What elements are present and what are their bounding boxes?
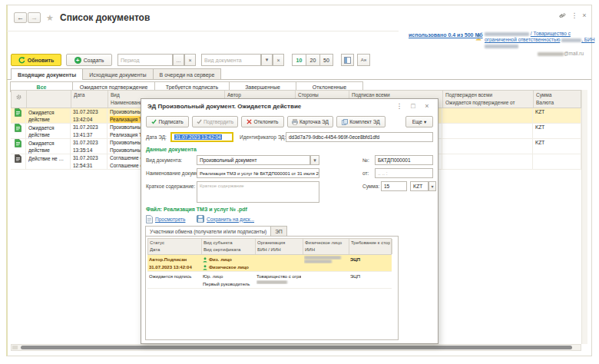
close-icon[interactable]: × <box>580 12 589 19</box>
open-link-icon[interactable] <box>559 12 568 19</box>
period-select-button[interactable]: ... <box>173 54 184 66</box>
doc-kind-dropdown[interactable]: ▾ <box>310 155 319 165</box>
page-size-10[interactable]: 10 <box>292 54 306 66</box>
person-icon <box>203 265 207 270</box>
ed-id-field[interactable]: dd3d7a79-9dbc-4454-969f-0ece8bfd1dfd <box>286 132 433 142</box>
org-link-line1[interactable]: / Товарищество с <box>485 31 571 36</box>
currency-dropdown[interactable]: ▾ <box>429 181 436 191</box>
period-clear-button[interactable]: × <box>184 54 196 66</box>
tab-signatures[interactable]: ЭП <box>270 226 286 236</box>
doc-from-field[interactable]: .. .. : <box>375 168 433 178</box>
tab-incoming[interactable]: Входящие документы <box>11 68 83 80</box>
sign-button[interactable]: Подписать <box>146 116 189 127</box>
doc-type-dropdown-button[interactable]: ▾ <box>261 54 273 66</box>
card-button[interactable]: Карточка ЭД <box>287 116 333 127</box>
page-size-20[interactable]: 20 <box>306 54 319 66</box>
x-icon <box>247 119 252 124</box>
redacted-text <box>485 45 518 48</box>
sum-field[interactable]: 15 <box>381 181 407 191</box>
main-tabs: Входящие документы Исходящие документы В… <box>11 68 221 80</box>
scroll-left-button[interactable] <box>12 346 18 349</box>
ed-date-label: Дата ЭД: <box>146 134 167 140</box>
refresh-button[interactable]: Обновить <box>11 54 61 66</box>
dialog-tabs: Участники обмена (получатели и/или подпи… <box>145 226 287 236</box>
page-size-50[interactable]: 50 <box>319 54 333 66</box>
person-icon <box>203 257 207 263</box>
create-button[interactable]: + Создать <box>66 54 112 66</box>
view-file-link[interactable]: Просмотреть <box>146 215 185 223</box>
save-disk-icon <box>197 215 204 223</box>
currency-field[interactable]: KZT <box>410 181 429 191</box>
chevron-down-icon: ▾ <box>313 157 316 164</box>
org-link-line2[interactable]: ограниченной ответственностью , БИН <box>485 37 594 42</box>
favorite-star-icon[interactable]: ★ <box>46 13 54 23</box>
participant-row[interactable]: Ожидается подпись Юр. лицоПервый руковод… <box>147 272 392 289</box>
ed-date-field[interactable]: 31.07.2023 13:42:04 <box>170 132 233 142</box>
printer-icon <box>292 119 298 125</box>
doc-kind-label: Вид документа: <box>146 157 182 163</box>
chevron-down-icon: ▾ <box>431 184 433 189</box>
back-button[interactable]: ← <box>14 12 27 23</box>
tab-participants[interactable]: Участники обмена (получатели и/или подпи… <box>145 226 271 236</box>
more-button[interactable]: Еще▾ <box>405 116 433 127</box>
redacted-text <box>538 52 564 56</box>
document-data-section: Данные документа <box>146 147 197 152</box>
org-link-line3[interactable] <box>485 43 518 48</box>
document-status-icon <box>11 124 26 138</box>
participants-table-header: СтатусДата Вид субъектаВид сертификата О… <box>147 238 392 255</box>
document-status-icon <box>11 139 26 154</box>
confirm-button[interactable]: Подтвердить <box>192 116 238 127</box>
document-dialog: ЭД Произвольный документ. Ожидается дейс… <box>141 98 438 344</box>
dialog-title: ЭД Произвольный документ. Ожидается дейс… <box>147 103 301 110</box>
doc-name-field[interactable]: Реализация ТМЗ и услуг № БКТДП000001 от … <box>197 168 319 178</box>
chevron-down-icon: ▾ <box>266 57 269 63</box>
more-menu-icon[interactable]: ⋮ <box>570 12 579 19</box>
forward-icon: → <box>31 14 38 22</box>
reject-button[interactable]: Отклонить <box>241 116 284 127</box>
redacted-text <box>256 280 287 284</box>
scrollbar-thumb[interactable] <box>21 346 572 349</box>
doc-kind-combobox[interactable]: Произвольный документ <box>197 155 310 165</box>
doc-number-label: №: <box>362 157 369 163</box>
file-label: Файл: Реализация ТМЗ и услуг № .pdf <box>146 207 247 212</box>
alphabet-settings-icon[interactable]: Ая <box>357 54 370 66</box>
participants-panel: СтатусДата Вид субъектаВид сертификата О… <box>145 236 399 340</box>
horizontal-scrollbar[interactable] <box>11 344 581 351</box>
document-status-icon <box>11 108 26 123</box>
storage-usage-link[interactable]: использовано 0.4 из 500 Мб <box>409 32 483 38</box>
refresh-icon <box>18 57 25 64</box>
page-size-group: 10 20 50 <box>292 54 333 66</box>
documents-stack-icon <box>342 119 348 125</box>
dialog-close-icon[interactable]: × <box>422 102 432 110</box>
bundle-button[interactable]: Комплект ЭД <box>336 116 386 127</box>
tabs-baseline <box>7 79 591 80</box>
document-icon <box>146 215 153 223</box>
back-icon: ← <box>17 14 24 22</box>
user-icon <box>475 34 482 41</box>
dialog-maximize-icon[interactable]: □ <box>409 102 418 110</box>
page-title: Список документов <box>60 12 150 23</box>
header-divider <box>7 31 399 31</box>
vertical-scrollbar[interactable] <box>581 90 587 344</box>
chevron-down-icon: ▾ <box>424 119 426 125</box>
dialog-menu-icon[interactable]: ⋮ <box>395 102 404 110</box>
settings-gear-icon[interactable] <box>12 91 27 108</box>
participant-row[interactable]: Автор.Подписан31.07.2023 13:42:04 Физ. л… <box>147 255 392 272</box>
tab-outgoing[interactable]: Исходящие документы <box>82 68 153 80</box>
doc-type-clear-button[interactable]: × <box>273 54 284 66</box>
plus-icon: + <box>74 57 81 64</box>
ed-id-label: Идентификатор ЭД: <box>240 134 286 140</box>
check-icon <box>197 119 202 124</box>
doc-type-input[interactable] <box>201 54 261 66</box>
doc-number-field[interactable]: БКТДП000001 <box>375 155 433 165</box>
summary-label: Краткое содержание: <box>146 184 195 189</box>
view-mode-icon[interactable] <box>341 54 354 66</box>
doc-from-label: от: <box>362 170 369 176</box>
save-to-disk-link[interactable]: Сохранить на диск... <box>197 215 254 223</box>
user-email: @mail.ru <box>538 51 584 56</box>
tab-queue[interactable]: В очереди на сервере <box>153 68 222 80</box>
period-input[interactable] <box>117 54 173 66</box>
forward-button[interactable]: → <box>28 12 41 23</box>
redacted-text <box>304 260 332 263</box>
summary-textarea[interactable] <box>197 181 319 203</box>
